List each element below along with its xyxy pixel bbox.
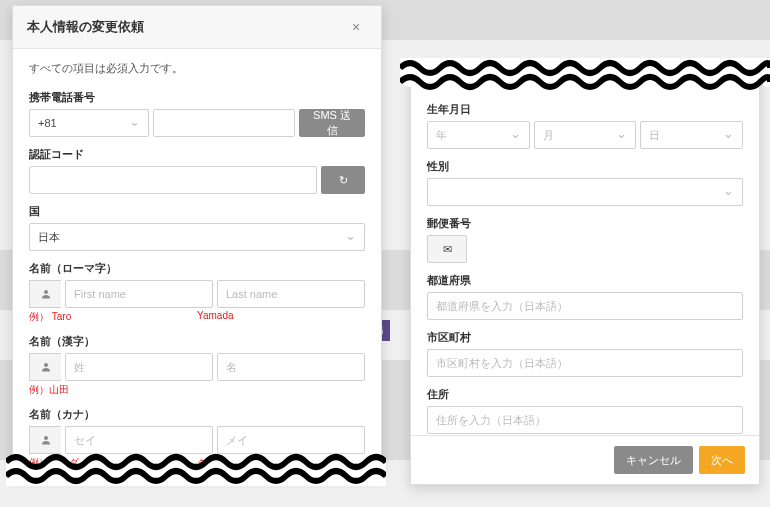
dob-year-select[interactable]: 年 xyxy=(427,121,530,149)
country-label: 国 xyxy=(29,204,365,219)
dial-code-select[interactable]: +81 xyxy=(29,109,149,137)
next-button[interactable]: 次へ xyxy=(699,446,745,474)
code-refresh-button[interactable]: ↻ xyxy=(321,166,365,194)
postal-label: 郵便番号 xyxy=(427,216,743,231)
first-name-kana-input[interactable]: メイ xyxy=(217,426,365,454)
wave-decoration xyxy=(6,452,386,486)
prefecture-label: 都道府県 xyxy=(427,273,743,288)
last-name-kanji-input[interactable]: 姓 xyxy=(65,353,213,381)
person-icon xyxy=(29,280,61,308)
personal-info-modal-bottom: 生年月日 年 月 日 性別 郵便番号 ✉ 都道府県 都道府県を入力（日本語） 市… xyxy=(410,65,760,485)
phone-label: 携帯電話番号 xyxy=(29,90,365,105)
gender-select[interactable] xyxy=(427,178,743,206)
person-icon xyxy=(29,426,61,454)
phone-input[interactable] xyxy=(153,109,295,137)
last-name-kana-input[interactable]: セイ xyxy=(65,426,213,454)
city-input[interactable]: 市区町村を入力（日本語） xyxy=(427,349,743,377)
dob-month-select[interactable]: 月 xyxy=(534,121,637,149)
address-label: 住所 xyxy=(427,387,743,402)
first-name-roman-input[interactable]: First name xyxy=(65,280,213,308)
address-input[interactable]: 住所を入力（日本語） xyxy=(427,406,743,434)
dob-label: 生年月日 xyxy=(427,102,743,117)
svg-point-0 xyxy=(44,290,48,294)
name-kana-label: 名前（カナ） xyxy=(29,407,365,422)
gender-label: 性別 xyxy=(427,159,743,174)
person-icon xyxy=(29,353,61,381)
svg-point-2 xyxy=(44,436,48,440)
sms-send-button[interactable]: SMS 送信 xyxy=(299,109,365,137)
modal-footer: キャンセル 次へ xyxy=(411,435,759,484)
close-icon: × xyxy=(352,19,360,35)
name-roman-example: 例） Taro Yamada xyxy=(29,310,365,324)
code-label: 認証コード xyxy=(29,147,365,162)
close-button[interactable]: × xyxy=(345,16,367,38)
last-name-roman-input[interactable]: Last name xyxy=(217,280,365,308)
first-name-kanji-input[interactable]: 名 xyxy=(217,353,365,381)
envelope-icon: ✉ xyxy=(443,243,452,256)
modal-header: 本人情報の変更依頼 × xyxy=(13,6,381,49)
prefecture-input[interactable]: 都道府県を入力（日本語） xyxy=(427,292,743,320)
name-kanji-label: 名前（漢字） xyxy=(29,334,365,349)
required-hint: すべての項目は必須入力です。 xyxy=(29,61,365,76)
cancel-button[interactable]: キャンセル xyxy=(614,446,693,474)
city-label: 市区町村 xyxy=(427,330,743,345)
wave-decoration xyxy=(400,58,770,92)
modal-title: 本人情報の変更依頼 xyxy=(27,18,144,36)
name-roman-label: 名前（ローマ字） xyxy=(29,261,365,276)
country-select[interactable]: 日本 xyxy=(29,223,365,251)
postal-mail-button[interactable]: ✉ xyxy=(427,235,467,263)
code-input[interactable] xyxy=(29,166,317,194)
dob-day-select[interactable]: 日 xyxy=(640,121,743,149)
refresh-icon: ↻ xyxy=(339,174,348,187)
name-kanji-example: 例）山田 xyxy=(29,383,365,397)
personal-info-modal-top: 本人情報の変更依頼 × すべての項目は必須入力です。 携帯電話番号 +81 SM… xyxy=(12,5,382,475)
svg-point-1 xyxy=(44,363,48,367)
